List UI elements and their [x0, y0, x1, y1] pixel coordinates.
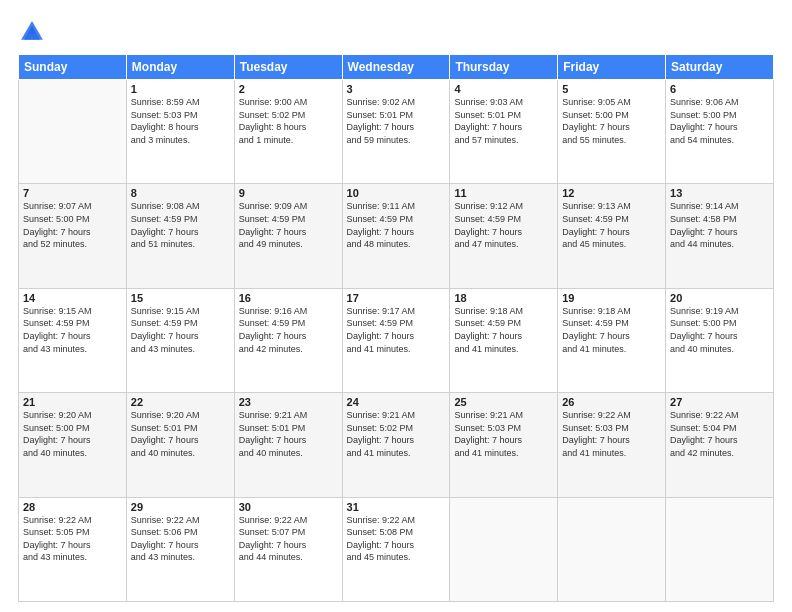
- calendar-table: SundayMondayTuesdayWednesdayThursdayFrid…: [18, 54, 774, 602]
- day-info: Sunrise: 9:03 AM Sunset: 5:01 PM Dayligh…: [454, 96, 553, 146]
- day-info: Sunrise: 9:18 AM Sunset: 4:59 PM Dayligh…: [562, 305, 661, 355]
- day-number: 19: [562, 292, 661, 304]
- day-number: 12: [562, 187, 661, 199]
- day-number: 18: [454, 292, 553, 304]
- weekday-header: Thursday: [450, 55, 558, 80]
- day-number: 28: [23, 501, 122, 513]
- calendar-row: 14Sunrise: 9:15 AM Sunset: 4:59 PM Dayli…: [19, 288, 774, 392]
- day-info: Sunrise: 9:21 AM Sunset: 5:02 PM Dayligh…: [347, 409, 446, 459]
- day-number: 27: [670, 396, 769, 408]
- calendar-cell: [666, 497, 774, 601]
- logo-icon: [18, 18, 46, 46]
- calendar-cell: 16Sunrise: 9:16 AM Sunset: 4:59 PM Dayli…: [234, 288, 342, 392]
- day-info: Sunrise: 9:12 AM Sunset: 4:59 PM Dayligh…: [454, 200, 553, 250]
- weekday-header: Friday: [558, 55, 666, 80]
- calendar-cell: 8Sunrise: 9:08 AM Sunset: 4:59 PM Daylig…: [126, 184, 234, 288]
- calendar-cell: 11Sunrise: 9:12 AM Sunset: 4:59 PM Dayli…: [450, 184, 558, 288]
- header: [18, 18, 774, 46]
- day-info: Sunrise: 9:09 AM Sunset: 4:59 PM Dayligh…: [239, 200, 338, 250]
- day-number: 24: [347, 396, 446, 408]
- calendar-cell: 4Sunrise: 9:03 AM Sunset: 5:01 PM Daylig…: [450, 80, 558, 184]
- calendar-cell: 27Sunrise: 9:22 AM Sunset: 5:04 PM Dayli…: [666, 393, 774, 497]
- calendar-row: 1Sunrise: 8:59 AM Sunset: 5:03 PM Daylig…: [19, 80, 774, 184]
- day-number: 26: [562, 396, 661, 408]
- day-info: Sunrise: 9:11 AM Sunset: 4:59 PM Dayligh…: [347, 200, 446, 250]
- day-number: 3: [347, 83, 446, 95]
- calendar-cell: 1Sunrise: 8:59 AM Sunset: 5:03 PM Daylig…: [126, 80, 234, 184]
- calendar-cell: 21Sunrise: 9:20 AM Sunset: 5:00 PM Dayli…: [19, 393, 127, 497]
- logo: [18, 18, 50, 46]
- day-info: Sunrise: 9:22 AM Sunset: 5:08 PM Dayligh…: [347, 514, 446, 564]
- day-number: 25: [454, 396, 553, 408]
- calendar-row: 21Sunrise: 9:20 AM Sunset: 5:00 PM Dayli…: [19, 393, 774, 497]
- day-number: 30: [239, 501, 338, 513]
- day-info: Sunrise: 9:05 AM Sunset: 5:00 PM Dayligh…: [562, 96, 661, 146]
- header-row: SundayMondayTuesdayWednesdayThursdayFrid…: [19, 55, 774, 80]
- weekday-header: Saturday: [666, 55, 774, 80]
- calendar-cell: 31Sunrise: 9:22 AM Sunset: 5:08 PM Dayli…: [342, 497, 450, 601]
- day-number: 21: [23, 396, 122, 408]
- day-info: Sunrise: 9:15 AM Sunset: 4:59 PM Dayligh…: [23, 305, 122, 355]
- day-number: 20: [670, 292, 769, 304]
- day-info: Sunrise: 9:16 AM Sunset: 4:59 PM Dayligh…: [239, 305, 338, 355]
- day-number: 11: [454, 187, 553, 199]
- day-info: Sunrise: 9:19 AM Sunset: 5:00 PM Dayligh…: [670, 305, 769, 355]
- day-info: Sunrise: 9:22 AM Sunset: 5:03 PM Dayligh…: [562, 409, 661, 459]
- day-number: 1: [131, 83, 230, 95]
- day-number: 5: [562, 83, 661, 95]
- calendar-cell: 22Sunrise: 9:20 AM Sunset: 5:01 PM Dayli…: [126, 393, 234, 497]
- weekday-header: Tuesday: [234, 55, 342, 80]
- calendar-cell: 25Sunrise: 9:21 AM Sunset: 5:03 PM Dayli…: [450, 393, 558, 497]
- calendar-cell: 30Sunrise: 9:22 AM Sunset: 5:07 PM Dayli…: [234, 497, 342, 601]
- day-number: 17: [347, 292, 446, 304]
- day-info: Sunrise: 9:22 AM Sunset: 5:07 PM Dayligh…: [239, 514, 338, 564]
- day-number: 6: [670, 83, 769, 95]
- calendar-row: 28Sunrise: 9:22 AM Sunset: 5:05 PM Dayli…: [19, 497, 774, 601]
- calendar-cell: [450, 497, 558, 601]
- calendar-cell: 6Sunrise: 9:06 AM Sunset: 5:00 PM Daylig…: [666, 80, 774, 184]
- calendar-cell: 18Sunrise: 9:18 AM Sunset: 4:59 PM Dayli…: [450, 288, 558, 392]
- day-number: 9: [239, 187, 338, 199]
- calendar-cell: 2Sunrise: 9:00 AM Sunset: 5:02 PM Daylig…: [234, 80, 342, 184]
- calendar-cell: 28Sunrise: 9:22 AM Sunset: 5:05 PM Dayli…: [19, 497, 127, 601]
- calendar-cell: 29Sunrise: 9:22 AM Sunset: 5:06 PM Dayli…: [126, 497, 234, 601]
- day-info: Sunrise: 9:06 AM Sunset: 5:00 PM Dayligh…: [670, 96, 769, 146]
- day-number: 14: [23, 292, 122, 304]
- calendar-cell: 15Sunrise: 9:15 AM Sunset: 4:59 PM Dayli…: [126, 288, 234, 392]
- calendar-cell: 19Sunrise: 9:18 AM Sunset: 4:59 PM Dayli…: [558, 288, 666, 392]
- day-number: 23: [239, 396, 338, 408]
- calendar-cell: 7Sunrise: 9:07 AM Sunset: 5:00 PM Daylig…: [19, 184, 127, 288]
- calendar-cell: [19, 80, 127, 184]
- calendar-row: 7Sunrise: 9:07 AM Sunset: 5:00 PM Daylig…: [19, 184, 774, 288]
- calendar-cell: 26Sunrise: 9:22 AM Sunset: 5:03 PM Dayli…: [558, 393, 666, 497]
- day-info: Sunrise: 9:00 AM Sunset: 5:02 PM Dayligh…: [239, 96, 338, 146]
- day-number: 16: [239, 292, 338, 304]
- day-info: Sunrise: 9:17 AM Sunset: 4:59 PM Dayligh…: [347, 305, 446, 355]
- calendar-cell: 14Sunrise: 9:15 AM Sunset: 4:59 PM Dayli…: [19, 288, 127, 392]
- svg-rect-2: [26, 34, 38, 40]
- day-info: Sunrise: 9:02 AM Sunset: 5:01 PM Dayligh…: [347, 96, 446, 146]
- day-info: Sunrise: 8:59 AM Sunset: 5:03 PM Dayligh…: [131, 96, 230, 146]
- day-info: Sunrise: 9:15 AM Sunset: 4:59 PM Dayligh…: [131, 305, 230, 355]
- calendar-cell: 5Sunrise: 9:05 AM Sunset: 5:00 PM Daylig…: [558, 80, 666, 184]
- calendar-cell: 13Sunrise: 9:14 AM Sunset: 4:58 PM Dayli…: [666, 184, 774, 288]
- day-info: Sunrise: 9:22 AM Sunset: 5:06 PM Dayligh…: [131, 514, 230, 564]
- day-number: 4: [454, 83, 553, 95]
- weekday-header: Monday: [126, 55, 234, 80]
- day-info: Sunrise: 9:20 AM Sunset: 5:00 PM Dayligh…: [23, 409, 122, 459]
- day-info: Sunrise: 9:22 AM Sunset: 5:04 PM Dayligh…: [670, 409, 769, 459]
- calendar-cell: 23Sunrise: 9:21 AM Sunset: 5:01 PM Dayli…: [234, 393, 342, 497]
- day-info: Sunrise: 9:21 AM Sunset: 5:01 PM Dayligh…: [239, 409, 338, 459]
- calendar-cell: 20Sunrise: 9:19 AM Sunset: 5:00 PM Dayli…: [666, 288, 774, 392]
- day-number: 7: [23, 187, 122, 199]
- day-number: 10: [347, 187, 446, 199]
- day-number: 31: [347, 501, 446, 513]
- day-info: Sunrise: 9:14 AM Sunset: 4:58 PM Dayligh…: [670, 200, 769, 250]
- calendar-cell: [558, 497, 666, 601]
- day-number: 2: [239, 83, 338, 95]
- calendar-cell: 24Sunrise: 9:21 AM Sunset: 5:02 PM Dayli…: [342, 393, 450, 497]
- calendar-cell: 3Sunrise: 9:02 AM Sunset: 5:01 PM Daylig…: [342, 80, 450, 184]
- day-info: Sunrise: 9:08 AM Sunset: 4:59 PM Dayligh…: [131, 200, 230, 250]
- calendar-cell: 12Sunrise: 9:13 AM Sunset: 4:59 PM Dayli…: [558, 184, 666, 288]
- day-number: 13: [670, 187, 769, 199]
